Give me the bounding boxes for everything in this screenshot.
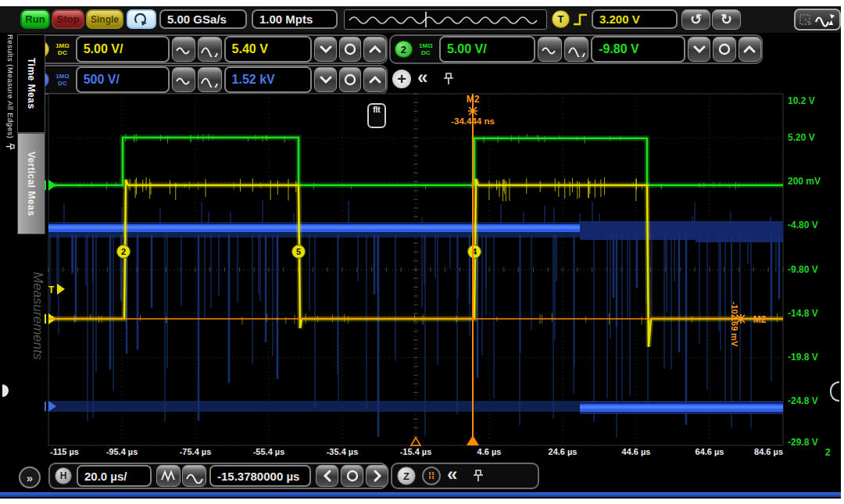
channel3-scale-down-button[interactable] [172,67,195,92]
chevron-down-icon [692,41,707,57]
svg-text:2: 2 [121,247,126,256]
chevron-up-icon [742,41,757,57]
stop-button[interactable]: Stop [52,9,84,29]
axis-label-time: -35.4 µs [327,447,359,456]
axis-label-right: -4.80 V [788,220,838,231]
wide-wave-icon [185,468,204,484]
channel2-chip[interactable]: 2 [395,41,413,58]
channel3-offset-display[interactable]: 1.52 kV [224,66,313,93]
left-drawer-grip[interactable] [2,384,9,397]
timebase-display[interactable]: 20.0 µs/ [77,465,152,487]
svg-text:-34.444 ns: -34.444 ns [451,116,495,126]
tab-time-meas-label: Time Meas [26,58,37,109]
channel2-scale-up-button[interactable] [564,37,588,62]
delay-right-button[interactable] [366,465,388,487]
redo-button[interactable]: ↻ [712,9,741,30]
channel2-offset-up-button[interactable] [738,37,761,62]
chevron-down-icon [318,72,334,88]
axis-label-time: -15.4 µs [400,447,432,456]
channel2-offset-down-button[interactable] [688,37,710,62]
channel3-offset-zero-button[interactable] [339,67,362,92]
channel1-scale-up-button[interactable] [198,37,221,62]
channel1-coupling-badge[interactable]: 1MΩDC [52,42,73,56]
small-wave-icon [174,72,193,88]
trigger-source-chip[interactable]: T [552,10,570,28]
run-button[interactable]: Run [20,9,50,29]
axis-label-time: 64.6 µs [696,447,724,456]
undo-icon: ↺ [690,11,702,28]
curved-arrow-icon [133,13,150,27]
circle-icon [342,41,358,57]
axis-label-time: -115 µs [50,447,79,456]
pin-icon [5,142,16,152]
channel1-offset-zero-button[interactable] [339,37,362,62]
corner-channel-indicator: 2 [825,447,831,458]
run-mode-button[interactable] [127,9,156,29]
channel3-offset-down-button[interactable] [314,67,337,92]
axis-label-time: 24.6 µs [549,447,578,456]
channel2-scale-display[interactable]: 5.00 V/ [439,36,535,63]
chevron-right-icon [370,468,385,484]
svg-text:M2: M2 [467,94,480,105]
collapse-controls-button[interactable]: « [417,66,427,88]
axis-label-right: -29.8 V [788,437,838,448]
bottom-edge-bar [0,492,841,497]
collapse-horizontal-button[interactable]: « [447,463,457,485]
horizontal-chip[interactable]: H [55,467,72,484]
channel3-group: 3 1MΩDC 500 V/ 1.52 kV [27,65,388,95]
results-label: Results (Measure All Edges) [6,34,15,138]
delay-display[interactable]: -15.3780000 µs [209,465,311,487]
tab-time-meas[interactable]: Time Meas [17,34,45,133]
channel1-scale-display[interactable]: 5.00 V/ [76,36,170,63]
channel3-scale-up-button[interactable] [198,67,221,92]
tab-vertical-meas-label: Vertical Meas [26,152,37,216]
trigger-slope-icon[interactable] [572,10,589,29]
timebase-zoom-out-button[interactable] [156,465,181,487]
compressed-wave-icon [160,468,177,484]
channel1-offset-display[interactable]: 5.40 V [224,36,313,63]
axis-label-time: 4.6 µs [477,447,502,456]
chevron-up-icon [367,41,383,57]
channel2-coupling-badge[interactable]: 1MΩDC [415,42,437,56]
svg-text:M2: M2 [753,314,767,325]
large-wave-icon [200,41,219,57]
channel2-offset-zero-button[interactable] [713,37,735,62]
channel1-offset-down-button[interactable] [314,37,337,62]
channel2-offset-display[interactable]: -9.80 V [591,36,685,63]
results-panel-handle[interactable]: Results (Measure All Edges) [3,34,17,230]
circle-icon [342,72,358,88]
timebase-zoom-in-button[interactable] [182,465,206,487]
acquisition-preview[interactable] [344,9,547,30]
single-button[interactable]: Single [86,9,123,29]
pin-icon[interactable] [442,72,455,86]
channel2-scale-down-button[interactable] [538,37,562,62]
pin-icon[interactable] [472,469,485,483]
channel3-scale-display[interactable]: 500 V/ [76,66,170,93]
channel1-scale-down-button[interactable] [172,37,195,62]
expand-results-button[interactable]: » [19,466,41,488]
delay-left-button[interactable] [316,465,338,487]
zone-trigger-button[interactable] [794,9,841,30]
add-channel-button[interactable]: + [392,70,411,88]
edge-marker-2: 2 [117,245,131,259]
sample-rate-display[interactable]: 5.00 GSa/s [159,9,247,29]
tab-vertical-meas[interactable]: Vertical Meas [17,133,45,234]
axis-label-time: -75.4 µs [180,447,212,456]
chevron-up-icon [367,72,383,88]
waveform-plot[interactable]: T 2 5 4 [44,92,785,459]
delay-zero-button[interactable] [341,465,363,487]
undo-button[interactable]: ↺ [681,9,710,30]
trigger-level-display[interactable]: 3.200 V [592,9,678,29]
axis-label-right: 10.2 V [788,95,838,106]
memory-depth-display[interactable]: 1.00 Mpts [252,9,338,29]
acquisition-dots-button[interactable]: ⁞⁞ [422,466,441,485]
channel3-offset-up-button[interactable] [363,67,386,92]
zoom-mode-button[interactable]: Z [397,466,416,485]
axis-label-time: 44.6 µs [622,447,651,456]
channel1-offset-up-button[interactable] [363,37,386,62]
axis-label-right: -9.80 V [788,264,838,275]
marker-star-icon [468,106,477,116]
axis-label-right: 5.20 V [788,132,838,143]
channel3-coupling-badge[interactable]: 1MΩDC [52,73,73,87]
channel2-group: 2 1MΩDC 5.00 V/ -9.80 V [389,34,763,64]
